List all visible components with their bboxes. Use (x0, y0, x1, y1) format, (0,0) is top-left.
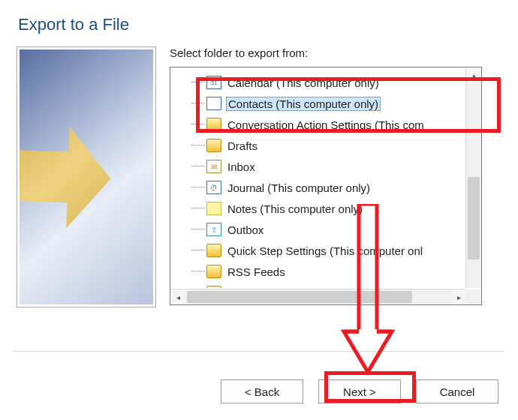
tree-item-label: Inbox (226, 160, 257, 174)
wizard-button-row: < Back Next > Cancel (221, 380, 498, 404)
tree-connector (191, 187, 205, 188)
tree-item[interactable]: Calendar (This computer only) (179, 72, 465, 93)
scroll-thumb[interactable] (468, 177, 480, 260)
wizard-illustration-frame (17, 46, 156, 308)
folder-icon (206, 118, 221, 131)
cancel-button[interactable]: Cancel (416, 380, 498, 404)
tree-item-label: Outbox (226, 223, 265, 237)
dialog-title: Export to a File (18, 15, 501, 34)
tree-item[interactable]: Inbox (179, 156, 465, 177)
tree-item[interactable]: Quick Step Settings (This computer onl (179, 240, 465, 261)
scroll-left-icon[interactable]: ◂ (170, 290, 185, 304)
tree-item[interactable]: Journal (This computer only) (179, 177, 465, 198)
vertical-scrollbar[interactable]: ▴ (465, 68, 481, 288)
tree-item[interactable]: Notes (This computer only) (179, 198, 465, 219)
calendar-icon (206, 76, 221, 89)
journal-icon (206, 181, 221, 194)
folder-select-panel: Select folder to export from: Calendar (… (170, 46, 501, 308)
prompt-label: Select folder to export from: (170, 46, 501, 59)
tree-item[interactable]: RSS Feeds (179, 261, 465, 282)
tree-item-label: Notes (This computer only) (226, 202, 364, 216)
folder-tree-frame: Calendar (This computer only)Contacts (T… (170, 67, 482, 305)
tree-item-label: Contacts (This computer only) (226, 97, 381, 111)
tree-item[interactable]: Drafts (179, 135, 465, 156)
tree-item-label: Journal (This computer only) (226, 181, 372, 195)
tree-connector (191, 145, 205, 146)
folder-icon (206, 139, 221, 152)
tree-item[interactable]: Contacts (This computer only) (179, 93, 465, 114)
folder-tree[interactable]: Calendar (This computer only)Contacts (T… (172, 69, 465, 288)
expander-icon[interactable]: ⌄ (179, 288, 190, 289)
tree-connector (191, 250, 205, 251)
inbox-icon (206, 160, 221, 173)
tree-connector (191, 124, 205, 125)
folder-icon (206, 244, 221, 257)
scroll-right-icon[interactable]: ▸ (451, 290, 466, 304)
tree-item-label: Calendar (This computer only) (226, 76, 381, 90)
tree-item[interactable]: Outbox (179, 219, 465, 240)
scroll-up-icon[interactable]: ▴ (466, 68, 481, 82)
button-separator (14, 351, 504, 352)
tree-item[interactable]: Conversation Action Settings (This com (179, 114, 465, 135)
tree-connector (191, 82, 205, 83)
tree-connector (191, 166, 205, 167)
tree-item-label: Drafts (226, 139, 259, 153)
scroll-corner (466, 290, 481, 304)
back-button[interactable]: < Back (221, 380, 303, 404)
tree-connector (191, 103, 205, 104)
tree-item-label: Quick Step Settings (This computer onl (226, 244, 424, 258)
outbox-icon (206, 223, 221, 236)
horizontal-scrollbar[interactable]: ◂ ▸ (170, 289, 466, 304)
wizard-illustration (20, 50, 153, 304)
scroll-thumb[interactable] (187, 291, 412, 303)
tree-connector (191, 208, 205, 209)
export-wizard-dialog: Export to a File Select folder to export… (0, 0, 518, 420)
dialog-body: Select folder to export from: Calendar (… (17, 46, 501, 308)
tree-item-label: RSS Feeds (226, 265, 287, 279)
folder-icon (206, 286, 221, 288)
tree-connector (191, 271, 205, 272)
folder-icon (206, 265, 221, 278)
tree-item-label: Conversation Action Settings (This com (226, 118, 426, 132)
contacts-icon (206, 97, 221, 110)
tree-connector (191, 229, 205, 230)
tree-item-label: Sync Issues (This computer only) (226, 286, 396, 289)
next-button[interactable]: Next > (318, 380, 401, 404)
notes-icon (206, 202, 221, 215)
tree-item[interactable]: ⌄Sync Issues (This computer only) (179, 282, 465, 288)
